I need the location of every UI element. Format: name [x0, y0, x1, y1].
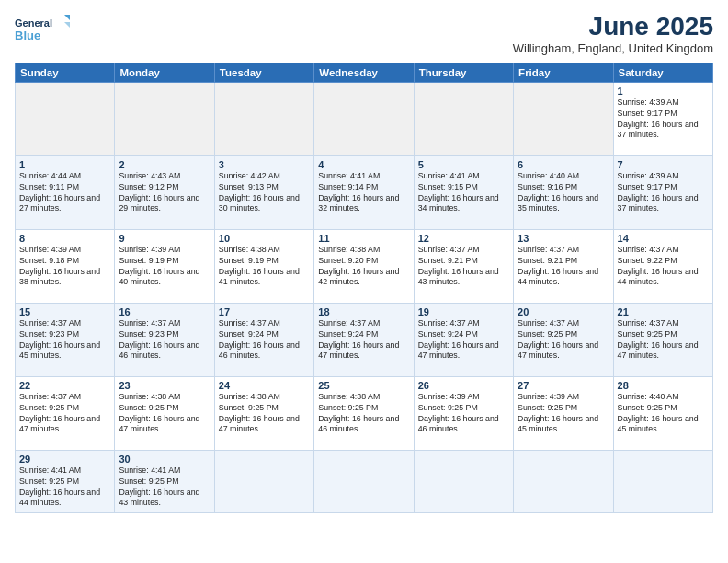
calendar-week-row: 1Sunrise: 4:39 AMSunset: 9:17 PMDaylight…	[16, 82, 713, 155]
table-row: 1Sunrise: 4:39 AMSunset: 9:17 PMDaylight…	[613, 82, 712, 155]
table-row: 15Sunrise: 4:37 AMSunset: 9:23 PMDayligh…	[16, 303, 115, 376]
col-wednesday: Wednesday	[314, 63, 414, 82]
day-number: 1	[19, 159, 110, 170]
table-row	[613, 450, 712, 512]
day-info: Sunrise: 4:37 AMSunset: 9:24 PMDaylight:…	[418, 318, 509, 362]
table-row	[414, 450, 513, 512]
calendar-header-row: Sunday Monday Tuesday Wednesday Thursday…	[16, 63, 713, 82]
svg-text:General: General	[15, 17, 52, 29]
day-number: 23	[119, 380, 210, 391]
day-number: 5	[418, 159, 509, 170]
day-info: Sunrise: 4:38 AMSunset: 9:25 PMDaylight:…	[119, 392, 210, 436]
table-row: 17Sunrise: 4:37 AMSunset: 9:24 PMDayligh…	[214, 303, 313, 376]
day-number: 21	[618, 306, 709, 317]
table-row	[16, 82, 115, 155]
day-number: 12	[418, 233, 509, 244]
day-number: 28	[618, 380, 709, 391]
table-row: 28Sunrise: 4:40 AMSunset: 9:25 PMDayligh…	[613, 376, 712, 450]
day-info: Sunrise: 4:39 AMSunset: 9:17 PMDaylight:…	[618, 171, 709, 215]
day-number: 10	[219, 233, 310, 244]
day-info: Sunrise: 4:38 AMSunset: 9:25 PMDaylight:…	[219, 392, 310, 436]
table-row: 10Sunrise: 4:38 AMSunset: 9:19 PMDayligh…	[214, 229, 313, 303]
table-row: 2Sunrise: 4:43 AMSunset: 9:12 PMDaylight…	[115, 155, 214, 229]
day-info: Sunrise: 4:37 AMSunset: 9:25 PMDaylight:…	[19, 392, 110, 436]
day-number: 1	[618, 86, 709, 97]
day-info: Sunrise: 4:37 AMSunset: 9:24 PMDaylight:…	[219, 318, 310, 362]
table-row: 24Sunrise: 4:38 AMSunset: 9:25 PMDayligh…	[214, 376, 313, 450]
day-number: 15	[19, 306, 110, 317]
day-number: 30	[119, 454, 210, 465]
day-number: 20	[518, 306, 609, 317]
table-row: 12Sunrise: 4:37 AMSunset: 9:21 PMDayligh…	[414, 229, 513, 303]
day-info: Sunrise: 4:37 AMSunset: 9:22 PMDaylight:…	[618, 245, 709, 289]
table-row: 25Sunrise: 4:38 AMSunset: 9:25 PMDayligh…	[314, 376, 414, 450]
logo: General Blue	[15, 13, 70, 46]
day-info: Sunrise: 4:37 AMSunset: 9:21 PMDaylight:…	[418, 245, 509, 289]
col-monday: Monday	[115, 63, 214, 82]
table-row: 19Sunrise: 4:37 AMSunset: 9:24 PMDayligh…	[414, 303, 513, 376]
day-info: Sunrise: 4:37 AMSunset: 9:24 PMDaylight:…	[318, 318, 409, 362]
table-row: 20Sunrise: 4:37 AMSunset: 9:25 PMDayligh…	[514, 303, 613, 376]
day-info: Sunrise: 4:37 AMSunset: 9:25 PMDaylight:…	[618, 318, 709, 362]
table-row: 21Sunrise: 4:37 AMSunset: 9:25 PMDayligh…	[613, 303, 712, 376]
table-row	[414, 82, 513, 155]
day-info: Sunrise: 4:37 AMSunset: 9:23 PMDaylight:…	[119, 318, 210, 362]
table-row: 7Sunrise: 4:39 AMSunset: 9:17 PMDaylight…	[613, 155, 712, 229]
svg-marker-3	[64, 22, 70, 28]
table-row: 13Sunrise: 4:37 AMSunset: 9:21 PMDayligh…	[514, 229, 613, 303]
day-number: 24	[219, 380, 310, 391]
day-info: Sunrise: 4:38 AMSunset: 9:19 PMDaylight:…	[219, 245, 310, 289]
table-row: 14Sunrise: 4:37 AMSunset: 9:22 PMDayligh…	[613, 229, 712, 303]
calendar-week-row: 8Sunrise: 4:39 AMSunset: 9:18 PMDaylight…	[16, 229, 713, 303]
col-sunday: Sunday	[16, 63, 115, 82]
day-info: Sunrise: 4:41 AMSunset: 9:15 PMDaylight:…	[418, 171, 509, 215]
table-row: 5Sunrise: 4:41 AMSunset: 9:15 PMDaylight…	[414, 155, 513, 229]
table-row: 9Sunrise: 4:39 AMSunset: 9:19 PMDaylight…	[115, 229, 214, 303]
calendar-table: Sunday Monday Tuesday Wednesday Thursday…	[15, 63, 713, 513]
table-row	[514, 450, 613, 512]
day-number: 8	[19, 233, 110, 244]
col-saturday: Saturday	[613, 63, 712, 82]
day-info: Sunrise: 4:39 AMSunset: 9:17 PMDaylight:…	[618, 98, 709, 142]
title-block: June 2025 Willingham, England, United Ki…	[513, 13, 713, 55]
col-thursday: Thursday	[414, 63, 513, 82]
table-row	[115, 82, 214, 155]
table-row: 1Sunrise: 4:44 AMSunset: 9:11 PMDaylight…	[16, 155, 115, 229]
calendar-week-row: 1Sunrise: 4:44 AMSunset: 9:11 PMDaylight…	[16, 155, 713, 229]
day-info: Sunrise: 4:44 AMSunset: 9:11 PMDaylight:…	[19, 171, 110, 215]
day-number: 17	[219, 306, 310, 317]
table-row	[214, 450, 313, 512]
day-number: 13	[518, 233, 609, 244]
calendar-week-row: 15Sunrise: 4:37 AMSunset: 9:23 PMDayligh…	[16, 303, 713, 376]
day-info: Sunrise: 4:39 AMSunset: 9:19 PMDaylight:…	[119, 245, 210, 289]
day-info: Sunrise: 4:39 AMSunset: 9:18 PMDaylight:…	[19, 245, 110, 289]
day-info: Sunrise: 4:37 AMSunset: 9:21 PMDaylight:…	[518, 245, 609, 289]
table-row: 30Sunrise: 4:41 AMSunset: 9:25 PMDayligh…	[115, 450, 214, 512]
day-number: 18	[318, 306, 409, 317]
day-info: Sunrise: 4:41 AMSunset: 9:25 PMDaylight:…	[19, 465, 110, 510]
day-number: 29	[19, 454, 110, 465]
table-row: 11Sunrise: 4:38 AMSunset: 9:20 PMDayligh…	[314, 229, 414, 303]
day-number: 22	[19, 380, 110, 391]
day-info: Sunrise: 4:38 AMSunset: 9:20 PMDaylight:…	[318, 245, 409, 289]
day-info: Sunrise: 4:38 AMSunset: 9:25 PMDaylight:…	[318, 392, 409, 436]
table-row: 18Sunrise: 4:37 AMSunset: 9:24 PMDayligh…	[314, 303, 414, 376]
col-tuesday: Tuesday	[214, 63, 313, 82]
day-info: Sunrise: 4:40 AMSunset: 9:16 PMDaylight:…	[518, 171, 609, 215]
day-info: Sunrise: 4:41 AMSunset: 9:25 PMDaylight:…	[119, 465, 210, 510]
day-info: Sunrise: 4:37 AMSunset: 9:25 PMDaylight:…	[518, 318, 609, 362]
location: Willingham, England, United Kingdom	[513, 41, 713, 55]
day-number: 11	[318, 233, 409, 244]
page: General Blue June 2025 Willingham, Engla…	[0, 0, 728, 563]
day-number: 6	[518, 159, 609, 170]
table-row: 6Sunrise: 4:40 AMSunset: 9:16 PMDaylight…	[514, 155, 613, 229]
day-number: 2	[119, 159, 210, 170]
day-info: Sunrise: 4:39 AMSunset: 9:25 PMDaylight:…	[418, 392, 509, 436]
day-info: Sunrise: 4:43 AMSunset: 9:12 PMDaylight:…	[119, 171, 210, 215]
table-row: 29Sunrise: 4:41 AMSunset: 9:25 PMDayligh…	[16, 450, 115, 512]
day-number: 16	[119, 306, 210, 317]
table-row	[514, 82, 613, 155]
table-row: 3Sunrise: 4:42 AMSunset: 9:13 PMDaylight…	[214, 155, 313, 229]
logo-svg: General Blue	[15, 13, 70, 46]
day-number: 14	[618, 233, 709, 244]
